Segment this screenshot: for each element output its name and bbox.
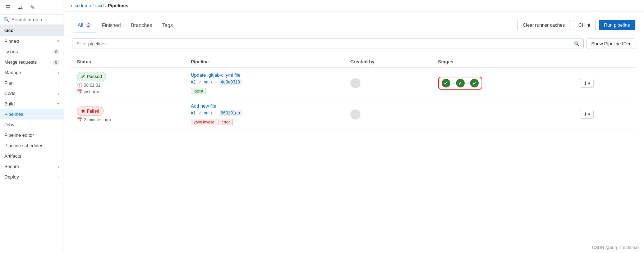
- tag-error-badge: error: [218, 119, 233, 125]
- stages-container-1: ✔ – ✔ – ✔: [438, 77, 571, 90]
- pipeline-time-1: 📅 just now: [77, 89, 182, 94]
- search-box[interactable]: 🔍 Search or go to...: [0, 15, 64, 25]
- col-actions: [576, 56, 635, 68]
- sidebar-item-secure-label: Secure: [4, 164, 19, 169]
- sidebar-item-pipeline-editor[interactable]: Pipeline editor: [0, 130, 64, 140]
- sidebar-item-pipeline-schedules[interactable]: Pipeline schedules: [0, 140, 64, 151]
- chevron-right-icon: ›: [58, 175, 59, 179]
- tag-yaml-invalid-badge: yaml invalid: [191, 119, 217, 125]
- breadcrumb-org-link[interactable]: cicddemo: [71, 3, 91, 8]
- breadcrumb-repo-link[interactable]: cicd: [95, 3, 104, 8]
- download-button-1[interactable]: ⬇ ▾: [580, 79, 594, 88]
- sidebar-item-build[interactable]: Build ▾: [0, 99, 64, 109]
- stages-cell-2: [434, 99, 576, 130]
- sidebar-item-jobs-label: Jobs: [4, 122, 14, 127]
- sidebar-item-merge-requests[interactable]: Merge requests 0: [0, 57, 64, 67]
- edit-icon-btn[interactable]: ✎: [27, 2, 37, 12]
- check-circle-icon: ✔: [81, 74, 85, 80]
- sidebar-toggle-btn[interactable]: ☰: [3, 2, 13, 12]
- status-cell-2: ✖ Failed 📅 2 minutes ago: [73, 99, 187, 130]
- sidebar-item-pipelines[interactable]: Pipelines: [0, 109, 64, 119]
- sidebar-item-pipeline-schedules-label: Pipeline schedules: [4, 143, 43, 148]
- pipeline-info-2: #1 ⑂ main → 863191ab: [191, 110, 342, 116]
- status-label-failed: Failed: [87, 109, 100, 114]
- sidebar-item-code[interactable]: Code ›: [0, 88, 64, 99]
- filter-search-icon-btn[interactable]: 🔍: [574, 41, 580, 46]
- sidebar-project-link[interactable]: cicd: [0, 25, 64, 36]
- pipeline-tags-2: yaml invalid error: [191, 117, 342, 125]
- tag-latest-badge: latest: [191, 88, 206, 94]
- col-stages: Stages: [434, 56, 576, 68]
- status-label-passed: Passed: [87, 74, 102, 79]
- calendar-icon-2: 📅: [77, 117, 82, 122]
- sidebar-item-deploy[interactable]: Deploy ›: [0, 172, 64, 182]
- sidebar-item-issues-label: Issues: [4, 49, 18, 54]
- pipeline-id-dropdown-icon: ▾: [628, 41, 631, 46]
- show-pipeline-id-button[interactable]: Show Pipeline ID ▾: [586, 39, 635, 49]
- branch-icon-1: ⑂: [198, 80, 201, 85]
- sidebar-item-secure[interactable]: Secure ›: [0, 161, 64, 172]
- x-circle-icon: ✖: [81, 108, 85, 114]
- tab-finished-label: Finished: [102, 22, 121, 28]
- tab-all[interactable]: All 2: [73, 19, 97, 32]
- chevron-down-icon: ▾: [57, 39, 59, 44]
- table-row: ✖ Failed 📅 2 minutes ago Add new file #1…: [73, 99, 635, 130]
- table-row: ✔ Passed 🕐 00:01:02 📅 just now: [73, 68, 635, 99]
- stage-dot-2[interactable]: ✔: [456, 79, 465, 87]
- sidebar-item-merge-requests-label: Merge requests: [4, 59, 37, 65]
- pipeline-cell-2: Add new file #1 ⑂ main → 863191ab yaml i…: [187, 99, 346, 130]
- filter-pipelines-input[interactable]: [77, 41, 571, 46]
- stage-connector-1: –: [452, 80, 455, 86]
- pipeline-time-2: 📅 2 minutes ago: [77, 117, 182, 122]
- stage-dot-3[interactable]: ✔: [470, 79, 479, 87]
- chevron-right-icon: ›: [58, 81, 59, 85]
- breadcrumb: cicddemo / cicd / Pipelines: [64, 0, 644, 12]
- tab-actions: Clear runner caches CI lint Run pipeline: [517, 20, 635, 30]
- download-icon-2: ⬇: [583, 112, 587, 117]
- main-content: cicddemo / cicd / Pipelines All 2 Finish…: [64, 0, 644, 253]
- run-pipeline-button[interactable]: Run pipeline: [599, 20, 635, 30]
- sidebar-item-code-label: Code: [4, 91, 15, 96]
- created-by-cell-2: [346, 99, 434, 130]
- sidebar-item-pinned[interactable]: Pinned ▾: [0, 36, 64, 46]
- pipeline-commit-1[interactable]: 4d8e9318: [219, 79, 242, 85]
- tab-branches[interactable]: Branches: [126, 19, 157, 32]
- sidebar-item-issues[interactable]: Issues 0: [0, 46, 64, 57]
- stages-cell-1: ✔ – ✔ – ✔: [434, 68, 576, 99]
- merge-requests-icon-btn[interactable]: ⇄: [15, 2, 25, 12]
- sidebar: ☰ ⇄ ✎ 🔍 Search or go to... cicd Pinned ▾…: [0, 0, 64, 253]
- pipeline-title-link-2[interactable]: Add new file: [191, 103, 216, 109]
- stage-dot-1[interactable]: ✔: [442, 79, 450, 87]
- clock-icon: 🕐: [77, 83, 82, 88]
- issues-badge: 0: [53, 49, 59, 54]
- ci-lint-button[interactable]: CI lint: [573, 20, 595, 30]
- sidebar-item-pipelines-label: Pipelines: [4, 112, 23, 117]
- pipeline-tags-1: latest: [191, 86, 342, 94]
- chevron-down-icon: ▾: [57, 101, 59, 106]
- pipeline-table: Status Pipeline Created by Stages ✔ Pass…: [73, 56, 635, 130]
- pipeline-title-link-1[interactable]: Update .gitlab-ci.yml file: [191, 72, 240, 78]
- pipeline-branch-2[interactable]: main: [202, 110, 212, 116]
- pipeline-commit-2[interactable]: 863191ab: [219, 110, 242, 116]
- sidebar-item-manage[interactable]: Manage ›: [0, 67, 64, 78]
- sidebar-item-plan[interactable]: Plan ›: [0, 78, 64, 88]
- filter-input-wrap[interactable]: 🔍: [73, 38, 584, 49]
- download-button-2[interactable]: ⬇ ▾: [580, 110, 594, 119]
- dropdown-arrow-icon-2: ▾: [588, 112, 590, 117]
- pipeline-branch-1[interactable]: main: [202, 80, 212, 85]
- tab-tags[interactable]: Tags: [157, 19, 178, 32]
- search-icon: 🔍: [4, 17, 9, 22]
- tab-all-label: All: [78, 22, 83, 28]
- sidebar-item-artifacts[interactable]: Artifacts: [0, 151, 64, 161]
- sidebar-nav: Pinned ▾ Issues 0 Merge requests 0 Manag…: [0, 36, 64, 182]
- sidebar-item-artifacts-label: Artifacts: [4, 153, 21, 159]
- pipeline-tabs: All 2 Finished Branches Tags: [73, 19, 178, 32]
- tab-finished[interactable]: Finished: [97, 19, 126, 32]
- clear-runner-caches-button[interactable]: Clear runner caches: [517, 20, 570, 30]
- search-label: Search or go to...: [12, 17, 47, 22]
- avatar-2: [350, 109, 360, 119]
- pipeline-info-1: #2 ⑂ main → 4d8e9318: [191, 79, 342, 85]
- sidebar-item-deploy-label: Deploy: [4, 174, 19, 180]
- sidebar-item-jobs[interactable]: Jobs: [0, 119, 64, 130]
- merge-requests-badge: 0: [53, 60, 59, 65]
